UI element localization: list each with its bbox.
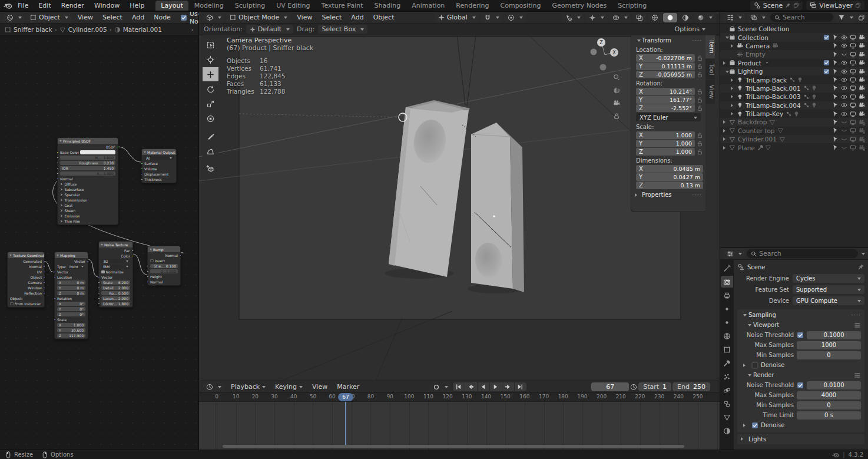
outliner-search-input[interactable]: Search — [770, 13, 833, 22]
node-param-volume[interactable]: Volume — [142, 166, 176, 171]
outliner-row-trilamp-back-004[interactable]: TriLamp-Back.004 — [720, 101, 868, 110]
checkbox-checked-icon[interactable] — [823, 60, 830, 66]
workspace-tab-sculpting[interactable]: Sculpting — [230, 1, 270, 11]
node-param-object[interactable]: Object: — [8, 296, 44, 301]
workspace-tab-compositing[interactable]: Compositing — [495, 1, 546, 11]
menu-add[interactable]: Add — [127, 13, 149, 22]
hide-in-viewport-icon[interactable] — [841, 94, 847, 100]
properties-tab-material[interactable] — [721, 425, 733, 437]
outliner-row-plane[interactable]: Plane — [720, 143, 868, 151]
field-x-10-214[interactable]: X10.214° — [636, 88, 695, 95]
editor-type-button[interactable] — [203, 382, 225, 392]
socket-icon[interactable] — [54, 271, 56, 273]
node-param-distance[interactable]: Distance1.000 — [148, 269, 180, 274]
frame-tick-140[interactable]: 140 — [479, 394, 493, 399]
node-param-x[interactable]: X1.000 — [55, 322, 88, 328]
outliner-row-empty[interactable]: Empty — [720, 50, 868, 58]
node-param-uv[interactable]: UV — [8, 269, 44, 275]
node-bump[interactable]: Bump NormalInvertStrength0.100Distance1.… — [147, 246, 181, 286]
frame-tick-90[interactable]: 90 — [383, 394, 397, 399]
field-y-0-11113-m[interactable]: Y0.11113 m — [636, 62, 695, 70]
menu-object[interactable]: Object — [369, 13, 399, 22]
field-x-0-0485-m[interactable]: X0.0485 m — [636, 165, 703, 173]
menu-help[interactable]: Help — [125, 1, 149, 10]
disable-in-render-icon[interactable] — [859, 68, 865, 75]
next-key-button[interactable] — [502, 382, 514, 391]
lock-open-icon[interactable] — [697, 132, 703, 138]
preset-icon[interactable] — [854, 322, 861, 329]
node-param-subsurface[interactable]: Subsurface — [58, 187, 118, 192]
socket-icon[interactable] — [54, 298, 56, 300]
max-samples-field[interactable]: 4000 — [797, 391, 861, 399]
socket-icon[interactable] — [57, 167, 59, 170]
rotation-mode-dropdown[interactable]: XYZ Euler — [636, 113, 701, 121]
frame-tick-180[interactable]: 180 — [556, 394, 570, 399]
node-param-strength[interactable]: Strength0.100 — [148, 263, 180, 269]
feature-set-dropdown[interactable]: Supported — [793, 285, 864, 294]
viewport-subpanel-header[interactable]: Viewport — [737, 320, 864, 330]
node-param-from-instancer[interactable]: From Instancer — [8, 301, 44, 306]
gizmos-dropdown[interactable] — [585, 13, 608, 22]
node-param-vector[interactable]: Vector — [55, 269, 88, 275]
breadcrumb-mesh[interactable]: Cylinder.005 — [68, 26, 107, 33]
socket-icon[interactable] — [54, 276, 56, 279]
use-preview-range-icon[interactable] — [630, 384, 637, 391]
hide-in-viewport-icon[interactable] — [841, 119, 847, 126]
properties-tab-constraints[interactable] — [721, 398, 733, 410]
menu-node[interactable]: Node — [149, 13, 175, 22]
frame-tick-220[interactable]: 220 — [633, 394, 647, 399]
disable-in-viewport-icon[interactable] — [850, 77, 856, 83]
lock-open-icon[interactable] — [697, 88, 703, 95]
gizmo-z-axis[interactable]: Z — [599, 40, 603, 45]
node-param-fac[interactable]: Fac — [99, 248, 132, 253]
editor-type-button[interactable] — [723, 13, 746, 22]
field-z-0-056955-m[interactable]: Z-0.056955 m — [636, 71, 695, 78]
frame-tick-0[interactable]: 0 — [210, 394, 224, 399]
node-param-roughness[interactable]: Roughness0.238 — [58, 160, 118, 166]
node-param-metallic[interactable]: Metallic1.000 — [58, 155, 118, 160]
socket-icon[interactable] — [131, 255, 134, 257]
viewport-denoise-toggle[interactable]: Denoise — [737, 360, 864, 370]
lock-open-icon[interactable] — [697, 105, 703, 111]
socket-icon[interactable] — [98, 292, 100, 295]
current-frame-field[interactable]: 67 — [591, 382, 629, 391]
socket-icon[interactable] — [43, 282, 45, 284]
menu-file[interactable]: File — [13, 1, 33, 10]
node-param-displacement[interactable]: Displacement — [142, 171, 176, 177]
socket-icon[interactable] — [141, 163, 143, 165]
timeline-track[interactable] — [199, 402, 720, 450]
node-param-x[interactable]: X0° — [55, 301, 88, 306]
tool-move-button[interactable] — [203, 67, 218, 81]
properties-tab-output[interactable] — [721, 289, 733, 301]
socket-icon[interactable] — [98, 276, 100, 279]
menu-marker[interactable]: Marker — [332, 382, 364, 391]
node-param-window[interactable]: Window — [8, 285, 44, 290]
workspace-tab-texture-paint[interactable]: Texture Paint — [316, 1, 369, 11]
node-param-z[interactable]: Z0° — [55, 312, 88, 317]
menu-view[interactable]: View — [73, 13, 98, 22]
node-param-bsdf[interactable]: BSDF — [58, 144, 118, 150]
field-y-1-000[interactable]: Y1.000 — [636, 140, 695, 147]
node-param-location[interactable]: Location — [55, 275, 88, 280]
sampling-panel-header[interactable]: Sampling···· — [737, 309, 864, 320]
disable-in-viewport-icon[interactable] — [850, 85, 856, 91]
sidebar-tab-item[interactable]: Item — [705, 35, 715, 58]
options-chevron-icon[interactable] — [862, 253, 865, 257]
socket-icon[interactable] — [117, 146, 119, 148]
selectability-icon[interactable] — [832, 85, 839, 91]
node-param-normalize[interactable]: Normalize — [99, 269, 132, 275]
min-samples-field[interactable]: 0 — [797, 401, 861, 410]
socket-icon[interactable] — [147, 270, 149, 273]
properties-tab-view-layer[interactable] — [721, 303, 733, 315]
node-param-z[interactable]: Z0 m — [55, 290, 88, 296]
checkbox-empty-icon[interactable] — [751, 362, 758, 369]
disable-in-viewport-icon[interactable] — [850, 136, 856, 143]
workspace-tab-animation[interactable]: Animation — [406, 1, 450, 11]
node-param-alpha[interactable]: Alpha1.000 — [58, 171, 118, 176]
node-param-height[interactable]: Height — [148, 274, 180, 279]
frame-tick-130[interactable]: 130 — [460, 394, 474, 399]
field-x-0-022706-m[interactable]: X-0.022706 m — [636, 54, 695, 62]
hide-in-viewport-icon[interactable] — [841, 127, 847, 134]
socket-icon[interactable] — [147, 265, 149, 268]
hide-in-viewport-icon[interactable] — [841, 85, 847, 91]
